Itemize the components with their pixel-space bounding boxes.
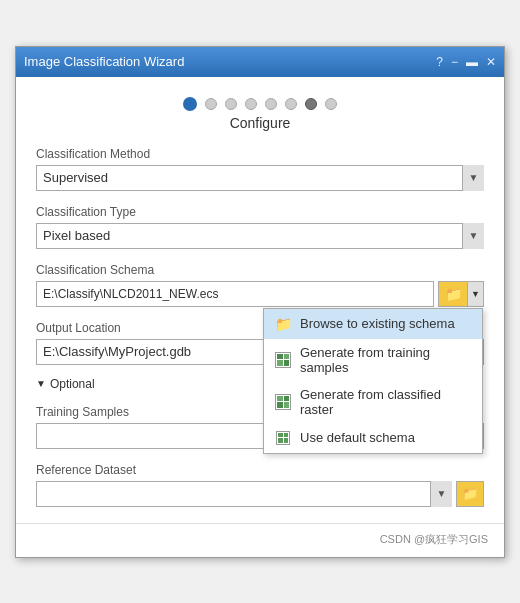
reference-dataset-wrapper: ▼	[36, 481, 452, 507]
reference-dataset-row: ▼ 📁	[36, 481, 484, 507]
step-5[interactable]	[265, 98, 277, 110]
classification-schema-row: 📁 ▼ 📁 Browse to existing schema	[36, 281, 484, 307]
wizard-window: Image Classification Wizard ? − ▬ ✕ Conf…	[15, 46, 505, 558]
classification-type-field: Pixel based Object based ▼	[36, 223, 484, 249]
step-7[interactable]	[305, 98, 317, 110]
schema-dropdown-button[interactable]: ▼	[467, 282, 483, 306]
browse-icon: 📁	[274, 315, 292, 333]
classification-method-label: Classification Method	[36, 147, 484, 161]
reference-dataset-select[interactable]	[36, 481, 452, 507]
help-button[interactable]: ?	[436, 55, 443, 69]
classification-type-label: Classification Type	[36, 205, 484, 219]
reference-folder-icon: 📁	[462, 486, 478, 501]
window-controls: ? − ▬ ✕	[436, 55, 496, 69]
stage-label: Configure	[36, 115, 484, 131]
window-title: Image Classification Wizard	[24, 54, 184, 69]
step-6[interactable]	[285, 98, 297, 110]
close-button[interactable]: ✕	[486, 55, 496, 69]
folder-icon: 📁	[445, 286, 462, 302]
generate-classified-icon	[274, 393, 292, 411]
use-default-icon	[274, 429, 292, 447]
bottom-bar: CSDN @疯狂学习GIS	[16, 523, 504, 557]
wizard-content: Configure Classification Method Supervis…	[16, 77, 504, 523]
step-8[interactable]	[325, 98, 337, 110]
browse-label: Browse to existing schema	[300, 316, 455, 331]
pin-button[interactable]: −	[451, 55, 458, 69]
schema-button-group: 📁 ▼ 📁 Browse to existing schema	[438, 281, 484, 307]
schema-menu-generate-classified[interactable]: Generate from classified raster	[264, 381, 482, 423]
optional-label: Optional	[50, 377, 95, 391]
classification-schema-input[interactable]	[36, 281, 434, 307]
step-3[interactable]	[225, 98, 237, 110]
classification-method-select[interactable]: Supervised Unsupervised	[36, 165, 484, 191]
classification-method-field: Supervised Unsupervised ▼	[36, 165, 484, 191]
schema-folder-button[interactable]: 📁	[439, 282, 467, 306]
wizard-steps	[36, 97, 484, 111]
use-default-label: Use default schema	[300, 430, 415, 445]
schema-menu-browse[interactable]: 📁 Browse to existing schema	[264, 309, 482, 339]
generate-classified-label: Generate from classified raster	[300, 387, 472, 417]
classification-schema-label: Classification Schema	[36, 263, 484, 277]
watermark: CSDN @疯狂学习GIS	[16, 524, 504, 557]
step-1[interactable]	[183, 97, 197, 111]
minimize-button[interactable]: ▬	[466, 55, 478, 69]
schema-dropdown-menu: 📁 Browse to existing schema	[263, 308, 483, 454]
step-2[interactable]	[205, 98, 217, 110]
titlebar: Image Classification Wizard ? − ▬ ✕	[16, 47, 504, 77]
generate-training-label: Generate from training samples	[300, 345, 472, 375]
step-4[interactable]	[245, 98, 257, 110]
schema-menu-generate-training[interactable]: Generate from training samples	[264, 339, 482, 381]
classification-type-select[interactable]: Pixel based Object based	[36, 223, 484, 249]
optional-arrow-icon: ▼	[36, 378, 46, 389]
generate-training-icon	[274, 351, 292, 369]
reference-dataset-label: Reference Dataset	[36, 463, 484, 477]
schema-menu-use-default[interactable]: Use default schema	[264, 423, 482, 453]
reference-dataset-folder-button[interactable]: 📁	[456, 481, 484, 507]
